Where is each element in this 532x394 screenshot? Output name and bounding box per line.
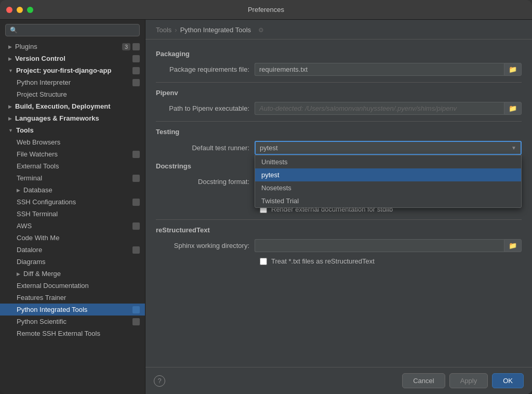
sidebar-item-plugins[interactable]: ▶ Plugins 3	[0, 41, 145, 52]
apply-button[interactable]: Apply	[449, 373, 488, 388]
sidebar-item-ssh-terminal[interactable]: SSH Terminal	[0, 208, 145, 220]
sidebar-item-aws[interactable]: AWS	[0, 220, 145, 232]
sphinx-label: Sphinx working directory:	[156, 242, 249, 249]
python-scientific-icon	[132, 318, 140, 325]
help-button[interactable]: ?	[154, 375, 165, 387]
sidebar-item-label: Database	[23, 186, 52, 194]
treat-txt-checkbox[interactable]	[260, 258, 267, 265]
folder-icon: 📁	[509, 65, 517, 73]
sidebar-item-label: AWS	[17, 222, 32, 230]
sphinx-field[interactable]	[255, 239, 504, 252]
sidebar-item-database[interactable]: ▶ Database	[0, 184, 145, 196]
docstring-format-label: Docstring format:	[156, 178, 249, 186]
package-requirements-field[interactable]: requirements.txt	[255, 63, 504, 76]
aws-icon	[132, 222, 140, 230]
sidebar-item-features-trainer[interactable]: Features Trainer	[0, 292, 145, 304]
treat-txt-label: Treat *.txt files as reStructuredText	[271, 257, 375, 265]
chevron-right-icon: ▶	[17, 188, 20, 193]
minimize-button[interactable]	[17, 7, 23, 13]
sidebar-item-external-docs[interactable]: External Documentation	[0, 280, 145, 292]
sidebar-item-label: External Documentation	[17, 282, 89, 290]
breadcrumb-parent: Tools	[156, 26, 171, 34]
sidebar-item-remote-ssh[interactable]: Remote SSH External Tools	[0, 327, 145, 339]
package-requirements-label: Package requirements file:	[156, 65, 249, 73]
option-nosetests[interactable]: Nosetests	[255, 181, 521, 194]
sidebar-item-python-integrated-tools[interactable]: Python Integrated Tools	[0, 304, 145, 316]
sphinx-row: Sphinx working directory: 📁	[156, 239, 522, 252]
close-button[interactable]	[6, 7, 12, 13]
dropdown-selected-value: pytest	[260, 144, 278, 152]
chevron-right-icon: ▶	[8, 56, 12, 61]
title-bar: Preferences	[0, 0, 532, 20]
sidebar-item-label: Terminal	[17, 174, 42, 182]
sidebar: 🔍 ▶ Plugins 3	[0, 20, 145, 394]
sidebar-item-terminal[interactable]: Terminal	[0, 172, 145, 184]
pipenv-row: Path to Pipenv executable: Auto-detected…	[156, 102, 522, 115]
sidebar-item-label: Features Trainer	[17, 294, 66, 301]
traffic-lights	[6, 7, 33, 13]
sidebar-item-external-tools[interactable]: External Tools	[0, 160, 145, 172]
sidebar-item-python-scientific[interactable]: Python Scientific	[0, 316, 145, 327]
sidebar-item-label: Python Integrated Tools	[17, 306, 87, 313]
pipenv-path-field[interactable]: Auto-detected: /Users/salomonvanhuysstee…	[255, 102, 504, 115]
option-twisted-trial[interactable]: Twisted Trial	[255, 194, 521, 207]
option-pytest[interactable]: pytest	[255, 168, 521, 181]
chevron-down-icon: ▼	[8, 68, 13, 73]
main-header: Tools › Python Integrated Tools ⚙	[145, 20, 532, 40]
search-box[interactable]: 🔍	[5, 24, 140, 36]
python-integrated-tools-icon	[132, 306, 140, 313]
sidebar-item-label: Remote SSH External Tools	[17, 330, 100, 337]
sidebar-item-build-exec[interactable]: ▶ Build, Execution, Deployment	[0, 100, 145, 112]
packaging-section-title: Packaging	[156, 50, 522, 58]
main-content: Packaging Package requirements file: req…	[145, 40, 532, 367]
sidebar-item-languages[interactable]: ▶ Languages & Frameworks	[0, 112, 145, 124]
packaging-row: Package requirements file: requirements.…	[156, 63, 522, 76]
sidebar-item-version-control[interactable]: ▶ Version Control	[0, 52, 145, 64]
sidebar-item-project[interactable]: ▼ Project: your-first-django-app	[0, 64, 145, 76]
sphinx-browse-button[interactable]: 📁	[504, 239, 522, 252]
breadcrumb-arrow: ›	[175, 26, 177, 34]
sidebar-item-python-interpreter[interactable]: Python Interpreter	[0, 76, 145, 88]
content-area: 🔍 ▶ Plugins 3	[0, 20, 532, 394]
package-requirements-browse-button[interactable]: 📁	[504, 63, 522, 76]
maximize-button[interactable]	[27, 7, 33, 13]
project-icon	[132, 67, 140, 74]
sidebar-item-label: Python Scientific	[17, 318, 66, 325]
sidebar-item-label: External Tools	[17, 162, 59, 170]
sidebar-item-web-browsers[interactable]: Web Browsers	[0, 136, 145, 148]
chevron-right-icon: ▶	[8, 104, 12, 109]
sidebar-item-project-structure[interactable]: Project Structure	[0, 88, 145, 100]
testing-section-title: Testing	[156, 128, 522, 136]
plugins-icon	[132, 43, 140, 50]
main-panel: Tools › Python Integrated Tools ⚙ Packag…	[145, 20, 532, 394]
sidebar-item-label: Python Interpreter	[17, 78, 71, 86]
search-icon: 🔍	[10, 27, 18, 34]
pipenv-browse-button[interactable]: 📁	[504, 102, 522, 115]
sidebar-item-label: Project Structure	[17, 90, 67, 98]
testing-runner-row: Default test runner: pytest ▼ Unittests …	[156, 141, 522, 155]
python-interpreter-icon	[132, 79, 140, 86]
sidebar-item-label: Project: your-first-django-app	[16, 67, 111, 74]
test-runner-dropdown-container: pytest ▼ Unittests pytest Nosetests Twis…	[255, 141, 522, 155]
footer-left: ?	[154, 375, 165, 387]
sidebar-item-diagrams[interactable]: Diagrams	[0, 256, 145, 268]
pipenv-input-group: Auto-detected: /Users/salomonvanhuysstee…	[255, 102, 522, 115]
ok-button[interactable]: OK	[492, 373, 524, 388]
test-runner-dropdown[interactable]: pytest ▼	[255, 141, 522, 155]
sidebar-item-label: Datalore	[17, 246, 42, 254]
sidebar-item-datalore[interactable]: Datalore	[0, 244, 145, 256]
sidebar-item-file-watchers[interactable]: File Watchers	[0, 148, 145, 160]
sidebar-item-label: Languages & Frameworks	[15, 114, 99, 122]
sidebar-item-code-with-me[interactable]: Code With Me	[0, 232, 145, 244]
option-unittests[interactable]: Unittests	[255, 155, 521, 168]
search-input[interactable]	[21, 27, 135, 34]
sidebar-item-tools[interactable]: ▼ Tools	[0, 124, 145, 136]
settings-icon: ⚙	[258, 27, 264, 34]
sidebar-item-label: Diff & Merge	[23, 270, 61, 278]
divider-2	[156, 121, 522, 122]
sidebar-item-ssh-config[interactable]: SSH Configurations	[0, 196, 145, 208]
sidebar-item-diff-merge[interactable]: ▶ Diff & Merge	[0, 268, 145, 280]
sidebar-item-label: Tools	[16, 126, 34, 134]
package-requirements-input-group: requirements.txt 📁	[255, 63, 522, 76]
cancel-button[interactable]: Cancel	[402, 373, 445, 388]
